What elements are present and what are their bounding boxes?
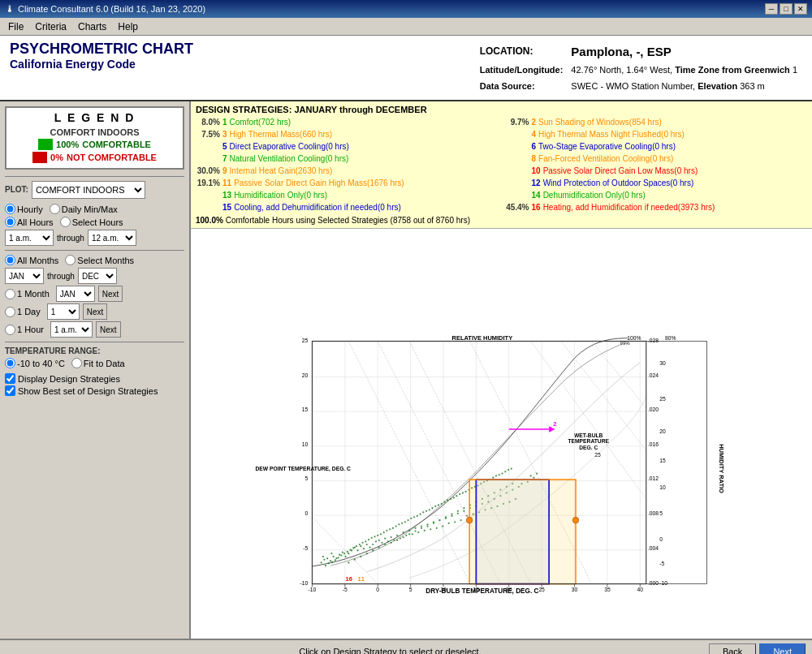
ds-strategy-9[interactable]: 30.0%9 Internal Heat Gain(2630 hrs) [196, 165, 499, 177]
svg-text:.004: .004 [648, 545, 659, 551]
menu-charts[interactable]: Charts [73, 19, 111, 34]
display-strategies-check[interactable] [5, 373, 15, 384]
one-day-radio[interactable] [5, 307, 15, 317]
svg-text:-5: -5 [659, 561, 664, 566]
svg-point-214 [508, 469, 509, 471]
one-hour-select[interactable]: 1 a.m. [50, 321, 93, 338]
svg-point-170 [374, 536, 375, 537]
one-month-select[interactable]: JAN [56, 286, 95, 302]
back-button[interactable]: Back [709, 643, 756, 654]
ds-strategy-6[interactable]: 6 Two-Stage Evaporative Cooling(0 hrs) [505, 140, 808, 153]
all-months-radio-label[interactable]: All Months [5, 255, 58, 265]
ds-strategy-10[interactable]: 10 Passive Solar Direct Gain Low Mass(0 … [505, 165, 808, 177]
ds-grid: 8.0%1 Comfort(702 hrs)9.7%2 Sun Shading … [196, 116, 807, 213]
ds-strategy-2[interactable]: 9.7%2 Sun Shading of Windows(854 hrs) [505, 116, 808, 128]
strategy-dot-1 [466, 518, 472, 523]
svg-text:25: 25 [659, 396, 666, 402]
ds-strategy-4[interactable]: 4 High Thermal Mass Night Flushed(0 hrs) [505, 128, 808, 140]
one-month-radio-label[interactable]: 1 Month [5, 289, 50, 299]
status-bar: Click on Design Strategy to select or de… [0, 639, 812, 654]
svg-point-232 [408, 533, 410, 535]
left-panel: L E G E N D COMFORT INDOORS 100% COMFORT… [0, 101, 191, 639]
svg-text:HUMIDITY RATIO: HUMIDITY RATIO [718, 444, 725, 493]
svg-point-135 [463, 510, 464, 512]
svg-point-113 [396, 535, 398, 536]
svg-point-221 [536, 473, 538, 475]
hourly-radio[interactable] [5, 204, 15, 214]
show-best-label[interactable]: Show Best set of Design Strategies [5, 385, 184, 396]
ds-strategy-16[interactable]: 45.4%16 Heating, add Humidification if n… [505, 201, 808, 213]
svg-point-222 [348, 562, 349, 564]
temp-range-opt2-radio[interactable] [71, 358, 82, 368]
one-month-radio[interactable] [5, 289, 15, 299]
svg-point-168 [368, 539, 369, 540]
svg-point-95 [342, 552, 343, 553]
svg-point-224 [360, 556, 361, 557]
ds-strategy-11[interactable]: 19.1%11 Passive Solar Direct Gain High M… [196, 177, 499, 189]
all-months-radio[interactable] [5, 255, 15, 265]
menu-file[interactable]: File [3, 19, 28, 34]
from-month-select[interactable]: JAN [5, 268, 44, 284]
display-strategies-label[interactable]: Display Design Strategies [5, 373, 184, 384]
ds-strategy-12[interactable]: 12 Wind Protection of Outdoor Spaces(0 h… [505, 177, 808, 189]
select-hours-radio[interactable] [60, 217, 71, 227]
show-best-text: Show Best set of Design Strategies [18, 386, 158, 396]
datasource-text: SWEC - WMO Station Number, [571, 81, 695, 91]
svg-point-171 [377, 535, 378, 536]
minimize-button[interactable]: ─ [765, 3, 778, 15]
ds-strategy-14[interactable]: 14 Dehumidification Only(0 hrs) [505, 189, 808, 201]
one-hour-radio[interactable] [5, 325, 15, 335]
svg-text:30: 30 [572, 587, 578, 593]
svg-point-91 [333, 556, 335, 557]
ds-strategy-13[interactable]: 13 Humidification Only(0 hrs) [196, 189, 499, 201]
select-hours-radio-label[interactable]: Select Hours [60, 217, 123, 227]
temp-range-opt1-radio[interactable] [5, 358, 15, 368]
hourly-radio-label[interactable]: Hourly [5, 204, 43, 214]
svg-text:RELATIVE HUMIDITY: RELATIVE HUMIDITY [452, 335, 513, 342]
to-hour-select[interactable]: 12 a.m. [88, 230, 136, 246]
all-hours-radio-label[interactable]: All Hours [5, 217, 54, 227]
to-month-select[interactable]: DEC [78, 268, 117, 284]
one-day-next[interactable]: Next [83, 303, 108, 320]
temp-range-opt2-label[interactable]: Fit to Data [71, 358, 125, 368]
plot-select[interactable]: COMFORT INDOORS TEMPERATURE HUMIDITY [32, 181, 145, 199]
menu-help[interactable]: Help [113, 19, 143, 34]
svg-point-192 [441, 503, 443, 505]
ds-strategy-5[interactable]: 5 Direct Evaporative Cooling(0 hrs) [196, 140, 499, 153]
next-button[interactable]: Next [759, 643, 806, 654]
ds-strategy-3[interactable]: 7.5%3 High Thermal Mass(660 hrs) [196, 128, 499, 140]
plot-control: PLOT: COMFORT INDOORS TEMPERATURE HUMIDI… [5, 181, 184, 199]
ds-strategy-7[interactable]: 7 Natural Ventilation Cooling(0 hrs) [196, 153, 499, 165]
daily-radio-label[interactable]: Daily Min/Max [50, 204, 118, 214]
ds-strategy-1[interactable]: 8.0%1 Comfort(702 hrs) [196, 116, 499, 128]
svg-point-188 [429, 509, 430, 510]
select-months-radio[interactable] [65, 255, 76, 265]
display-strategies-text: Display Design Strategies [18, 374, 120, 384]
one-hour-radio-label[interactable]: 1 Hour [5, 325, 44, 335]
from-hour-select[interactable]: 1 a.m. [5, 230, 54, 246]
all-hours-radio[interactable] [5, 217, 15, 227]
y-axis-left-labels: -10 -5 0 5 10 15 20 25 [300, 338, 309, 586]
svg-point-160 [343, 553, 345, 554]
ds-strategy-8[interactable]: 8 Fan-Forced Ventilation Cooling(0 hrs) [505, 153, 808, 165]
ds-strategy-15[interactable]: 15 Cooling, add Dehumidification if need… [196, 201, 499, 213]
select-months-radio-label[interactable]: Select Months [65, 255, 134, 265]
menu-criteria[interactable]: Criteria [30, 19, 71, 34]
svg-text:0: 0 [376, 587, 379, 593]
temp-range-opt1-label[interactable]: -10 to 40 °C [5, 358, 65, 368]
one-month-next[interactable]: Next [98, 286, 123, 302]
svg-point-130 [448, 523, 450, 524]
one-day-radio-label[interactable]: 1 Day [5, 307, 41, 317]
close-button[interactable]: ✕ [794, 3, 807, 15]
select-months-label: Select Months [77, 256, 134, 265]
daily-radio[interactable] [50, 204, 60, 214]
latlon-label: Latitude/Longitude: [477, 63, 567, 78]
datasource-value: SWEC - WMO Station Number, Elevation 363… [568, 80, 801, 94]
svg-text:.020: .020 [648, 407, 659, 412]
one-day-select[interactable]: 1 [47, 303, 80, 320]
one-hour-next[interactable]: Next [96, 321, 121, 338]
maximize-button[interactable]: □ [780, 3, 793, 15]
svg-point-136 [466, 515, 468, 517]
header-left: PSYCHROMETRIC CHART California Energy Co… [10, 41, 193, 71]
show-best-check[interactable] [5, 385, 15, 396]
